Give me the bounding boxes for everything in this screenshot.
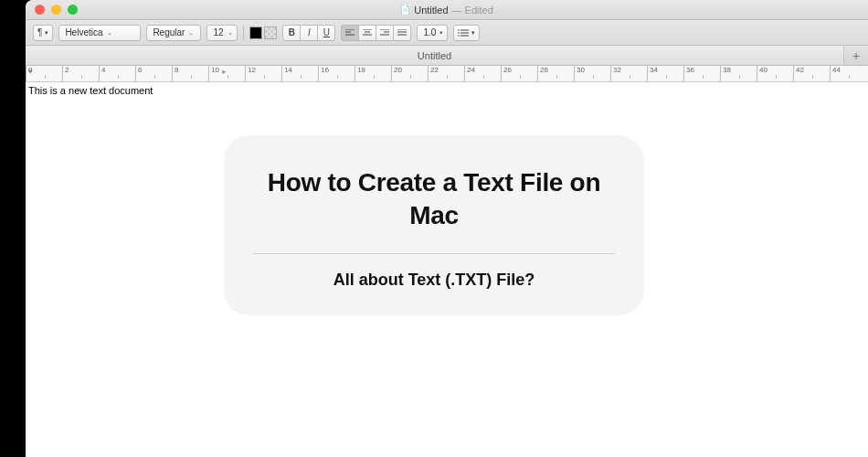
- font-style-select[interactable]: Regular ⌄: [146, 25, 201, 41]
- align-center-button[interactable]: [358, 25, 376, 41]
- svg-point-1: [459, 32, 460, 34]
- font-family-select[interactable]: Helvetica ⌄: [58, 25, 141, 41]
- traffic-lights: [35, 5, 78, 15]
- chevron-updown-icon: ⌄: [188, 29, 194, 37]
- minimize-button[interactable]: [51, 5, 61, 15]
- svg-point-2: [459, 35, 460, 37]
- window-title: 📄 Untitled — Edited: [400, 5, 493, 16]
- highlight-color-swatch[interactable]: [264, 27, 277, 39]
- align-right-button[interactable]: [376, 25, 394, 41]
- maximize-button[interactable]: [68, 5, 78, 15]
- new-tab-button[interactable]: +: [844, 46, 868, 65]
- align-group: [341, 25, 411, 41]
- align-left-button[interactable]: [341, 25, 359, 41]
- chevron-updown-icon: ⌄: [107, 29, 112, 37]
- document-body-text[interactable]: This is a new text document: [28, 85, 153, 96]
- tab-untitled[interactable]: Untitled: [26, 46, 844, 65]
- ruler-marks: 0246810121416182022242628303234363840424…: [26, 66, 868, 81]
- text-color-swatch[interactable]: [249, 27, 262, 39]
- ruler[interactable]: ▾ ▸ 024681012141618202224262830323436384…: [26, 66, 868, 82]
- chevron-down-icon: ▾: [439, 29, 443, 37]
- overlay-card: How to Create a Text File on Mac All abo…: [224, 135, 644, 315]
- overlay-divider: [253, 253, 615, 254]
- bold-button[interactable]: B: [282, 25, 301, 41]
- color-swatches: [249, 27, 277, 39]
- align-justify-button[interactable]: [393, 25, 411, 41]
- titlebar[interactable]: 📄 Untitled — Edited: [26, 0, 868, 20]
- paragraph-style-button[interactable]: ¶ ▾: [33, 25, 53, 41]
- underline-button[interactable]: U: [317, 25, 335, 41]
- overlay-headline: How to Create a Text File on Mac: [253, 166, 615, 233]
- separator: [243, 26, 244, 40]
- line-spacing-select[interactable]: 1.0 ▾: [417, 25, 448, 41]
- tab-bar: Untitled +: [26, 46, 868, 66]
- list-style-button[interactable]: ▾: [453, 25, 480, 41]
- text-format-group: B I U: [282, 25, 335, 41]
- svg-point-0: [459, 29, 460, 31]
- format-toolbar: ¶ ▾ Helvetica ⌄ Regular ⌄ 12 ⌄ B I U: [26, 20, 868, 46]
- font-size-select[interactable]: 12 ⌄: [206, 25, 238, 41]
- italic-button[interactable]: I: [300, 25, 318, 41]
- overlay-subline: All about Text (.TXT) File?: [253, 271, 615, 290]
- chevron-down-icon: ▾: [471, 29, 475, 37]
- close-button[interactable]: [35, 5, 45, 15]
- chevron-updown-icon: ⌄: [228, 29, 233, 37]
- document-icon: 📄: [400, 5, 410, 15]
- edited-status: — Edited: [452, 5, 493, 16]
- chevron-down-icon: ▾: [45, 29, 48, 37]
- document-name: Untitled: [414, 5, 448, 16]
